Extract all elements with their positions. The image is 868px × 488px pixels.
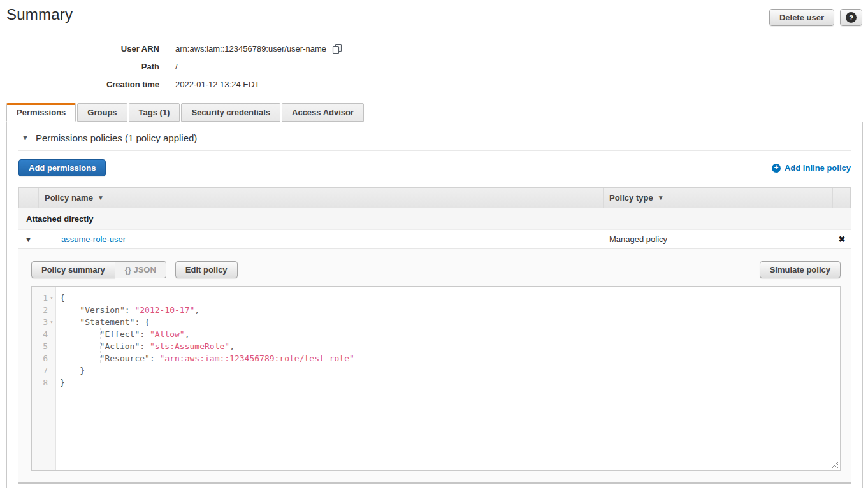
creation-time-row: Creation time 2022-01-12 13:24 EDT bbox=[0, 75, 868, 93]
permissions-policies-section-header[interactable]: ▼ Permissions policies (1 policy applied… bbox=[18, 122, 851, 150]
expand-column-header bbox=[19, 188, 39, 208]
user-arn-row: User ARN arn:aws:iam::123456789:user/use… bbox=[0, 39, 868, 57]
policy-detail-toolbar: Policy summary {} JSON Edit policy Simul… bbox=[31, 261, 841, 278]
json-view-button[interactable]: {} JSON bbox=[115, 261, 166, 278]
remove-policy-icon[interactable]: ✖ bbox=[833, 234, 851, 244]
add-inline-policy-label: Add inline policy bbox=[785, 163, 851, 173]
tab-bar: Permissions Groups Tags (1) Security cre… bbox=[6, 103, 868, 122]
tab-access-advisor[interactable]: Access Advisor bbox=[282, 103, 364, 122]
remove-column-header bbox=[832, 188, 850, 208]
help-button[interactable]: ? bbox=[840, 9, 862, 26]
policy-json-editor[interactable]: 1▾23▾45678 { "Version": "2012-10-17", "S… bbox=[31, 286, 841, 471]
policy-name-column-header[interactable]: Policy name ▼ bbox=[39, 188, 603, 208]
header-actions: Delete user ? bbox=[769, 6, 862, 26]
policy-actions-row: Add permissions + Add inline policy bbox=[18, 159, 851, 176]
sort-caret-icon: ▼ bbox=[658, 194, 664, 201]
tab-groups[interactable]: Groups bbox=[77, 103, 127, 122]
policy-table-header: Policy name ▼ Policy type ▼ bbox=[18, 187, 851, 208]
page-title: Summary bbox=[6, 6, 73, 24]
user-arn-label: User ARN bbox=[0, 44, 159, 54]
attached-directly-group-row: Attached directly bbox=[18, 208, 851, 230]
permissions-tab-panel: ▼ Permissions policies (1 policy applied… bbox=[6, 122, 863, 488]
editor-code-area[interactable]: { "Version": "2012-10-17", "Statement": … bbox=[56, 287, 840, 470]
sort-caret-icon: ▼ bbox=[98, 194, 104, 201]
policy-name-header-label: Policy name bbox=[45, 193, 93, 203]
editor-line-number-gutter[interactable]: 1▾23▾45678 bbox=[32, 287, 56, 470]
policy-name-cell: assume-role-user bbox=[38, 234, 604, 244]
policy-type-cell: Managed policy bbox=[604, 234, 833, 244]
tab-security-credentials[interactable]: Security credentials bbox=[181, 103, 280, 122]
policy-type-header-label: Policy type bbox=[609, 193, 653, 203]
tab-tags[interactable]: Tags (1) bbox=[129, 103, 180, 122]
user-arn-value: arn:aws:iam::123456789:user/user-name bbox=[175, 43, 342, 54]
path-row: Path / bbox=[0, 57, 868, 75]
add-permissions-button[interactable]: Add permissions bbox=[18, 159, 106, 176]
tab-permissions[interactable]: Permissions bbox=[6, 103, 76, 122]
simulate-policy-button[interactable]: Simulate policy bbox=[760, 261, 841, 278]
delete-user-button[interactable]: Delete user bbox=[769, 9, 834, 26]
indent-guide bbox=[100, 328, 101, 364]
policy-detail-panel: Policy summary {} JSON Edit policy Simul… bbox=[18, 249, 851, 484]
creation-time-value: 2022-01-12 13:24 EDT bbox=[175, 80, 259, 89]
add-inline-policy-link[interactable]: + Add inline policy bbox=[772, 163, 851, 173]
path-value: / bbox=[175, 62, 178, 71]
policy-name-link[interactable]: assume-role-user bbox=[61, 234, 126, 244]
row-expand-caret-icon[interactable]: ▼ bbox=[18, 236, 38, 243]
collapse-caret-icon: ▼ bbox=[22, 134, 29, 141]
page-header: Summary Delete user ? bbox=[6, 0, 862, 31]
user-arn-text: arn:aws:iam::123456789:user/user-name bbox=[175, 44, 326, 54]
plus-circle-icon: + bbox=[772, 164, 781, 173]
creation-time-label: Creation time bbox=[0, 80, 159, 89]
edit-policy-button[interactable]: Edit policy bbox=[175, 261, 238, 278]
copy-icon[interactable] bbox=[332, 43, 342, 54]
section-divider bbox=[18, 150, 851, 151]
path-label: Path bbox=[0, 62, 159, 71]
user-summary-fields: User ARN arn:aws:iam::123456789:user/use… bbox=[0, 31, 868, 103]
table-row: ▼ assume-role-user Managed policy ✖ bbox=[18, 230, 851, 249]
question-mark-icon: ? bbox=[846, 12, 857, 23]
policy-view-segmented-control: Policy summary {} JSON bbox=[31, 261, 166, 278]
policy-type-column-header[interactable]: Policy type ▼ bbox=[603, 188, 832, 208]
policy-summary-button[interactable]: Policy summary bbox=[31, 261, 115, 278]
permissions-policies-title: Permissions policies (1 policy applied) bbox=[36, 133, 197, 143]
